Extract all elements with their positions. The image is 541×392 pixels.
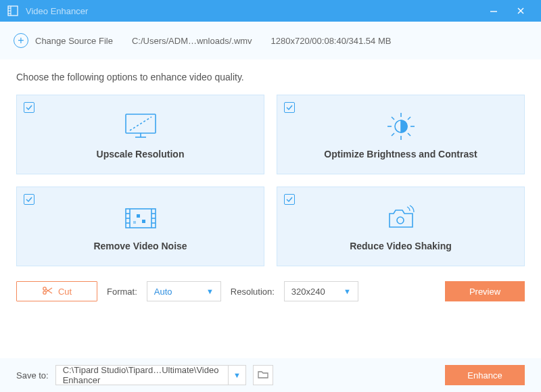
toolbar: Cut Format: Auto ▼ Resolution: 320x240 ▼… (0, 266, 541, 301)
change-source-button[interactable]: + Change Source File (14, 33, 113, 48)
enhance-label: Enhance (467, 370, 502, 381)
open-folder-button[interactable] (253, 365, 273, 385)
scissors-icon (42, 286, 53, 297)
close-button[interactable] (507, 0, 534, 22)
option-label: Remove Video Noise (93, 241, 187, 251)
format-select[interactable]: Auto ▼ (147, 281, 221, 301)
footer: Save to: C:\Tipard Studio\Tipard…Ultimat… (0, 358, 541, 392)
chevron-down-icon: ▼ (233, 371, 241, 379)
app-icon (7, 5, 19, 17)
option-remove-noise[interactable]: Remove Video Noise (16, 187, 264, 266)
folder-icon (258, 370, 268, 381)
saveto-path-select[interactable]: C:\Tipard Studio\Tipard…Ultimate\Video E… (55, 365, 229, 385)
plus-icon: + (14, 33, 28, 48)
svg-point-33 (397, 217, 404, 224)
svg-point-35 (43, 291, 46, 293)
resolution-value: 320x240 (291, 287, 325, 297)
checkbox-icon (24, 194, 34, 205)
instruction-text: Choose the following options to enhance … (16, 72, 525, 82)
option-label: Upscale Resolution (97, 149, 185, 160)
source-path: C:/Users/ADM…wnloads/.wmv (132, 36, 252, 46)
source-bar: + Change Source File C:/Users/ADM…wnload… (0, 22, 541, 59)
saveto-path: C:\Tipard Studio\Tipard…Ultimate\Video E… (63, 365, 221, 385)
chevron-down-icon: ▼ (206, 287, 214, 295)
cut-button[interactable]: Cut (16, 281, 97, 301)
content: Choose the following options to enhance … (0, 59, 541, 266)
titlebar: Video Enhancer (0, 0, 541, 22)
svg-line-19 (408, 117, 410, 120)
option-reduce-shaking[interactable]: Reduce Video Shaking (277, 187, 525, 266)
checkbox-icon (284, 102, 295, 113)
option-label: Reduce Video Shaking (350, 241, 452, 251)
cut-label: Cut (58, 287, 72, 297)
monitor-icon (122, 109, 160, 143)
svg-line-9 (130, 117, 151, 130)
brightness-icon (383, 109, 419, 143)
preview-label: Preview (469, 287, 500, 297)
svg-rect-30 (137, 214, 140, 218)
svg-line-20 (392, 133, 394, 136)
svg-rect-32 (133, 221, 136, 224)
option-upscale-resolution[interactable]: Upscale Resolution (16, 95, 264, 174)
option-brightness-contrast[interactable]: Optimize Brightness and Contrast (277, 95, 525, 174)
svg-rect-31 (142, 220, 145, 223)
film-icon (123, 201, 158, 235)
app-title: Video Enhancer (26, 6, 480, 16)
format-value: Auto (154, 287, 172, 297)
camera-shake-icon (383, 201, 419, 235)
source-info: 1280x720/00:08:40/341.54 MB (271, 36, 392, 46)
enhance-button[interactable]: Enhance (445, 365, 525, 385)
svg-point-34 (43, 287, 46, 289)
svg-line-18 (408, 133, 410, 136)
saveto-dropdown-button[interactable]: ▼ (229, 365, 246, 385)
change-source-label: Change Source File (35, 36, 113, 46)
resolution-select[interactable]: 320x240 ▼ (284, 281, 358, 301)
checkbox-icon (284, 194, 295, 205)
resolution-label: Resolution: (231, 287, 275, 297)
option-label: Optimize Brightness and Contrast (324, 149, 477, 160)
chevron-down-icon: ▼ (344, 287, 351, 295)
preview-button[interactable]: Preview (445, 281, 525, 301)
svg-line-17 (392, 117, 394, 120)
minimize-button[interactable] (480, 0, 507, 22)
format-label: Format: (107, 287, 137, 297)
saveto-label: Save to: (16, 370, 49, 381)
options-grid: Upscale Resolution Optimize Brightness a… (16, 95, 525, 266)
checkbox-icon (24, 102, 34, 113)
